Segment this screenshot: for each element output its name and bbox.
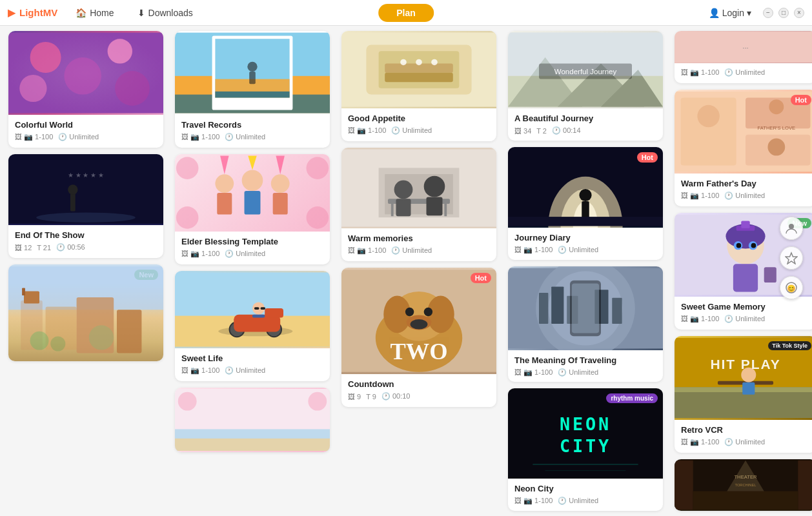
card-theater[interactable]: THEATER TORCHINEL [675, 459, 812, 511]
svg-rect-146 [675, 461, 693, 510]
card-colorful-world[interactable]: Colorful World 🖼 📷 1-100 🕐 Unlimited [8, 31, 163, 148]
card-info-sweet-game: Sweet Game Memory 🖼 📷 1-100 🕐 Unlimited [675, 297, 812, 330]
svg-point-123 [697, 105, 719, 127]
nav-downloads[interactable]: ⬇ Downloads [132, 5, 198, 21]
svg-point-64 [400, 59, 407, 66]
svg-text:THEATER: THEATER [734, 474, 757, 480]
side-icon-star[interactable] [780, 246, 803, 270]
close-button[interactable]: × [794, 8, 804, 18]
card-neon-city[interactable]: rhythm music NEON CITY Neon City 🖼 📷 1-1… [508, 388, 663, 511]
meta-duration: 🕐 Unlimited [58, 133, 99, 141]
card-meta-travel: 🖼 📷 1-100 🕐 Unlimited [181, 133, 323, 141]
card-info-warm-memories: Warm memories 🖼 📷 1-100 🕐 Unlimited [341, 228, 496, 261]
card-info-end-of-show: End Of The Show 🖼 12 T 21 🕐 00:56 [8, 225, 163, 258]
card-title-colorful-world: Colorful World [15, 120, 157, 130]
home-icon: 🏠 [76, 8, 86, 18]
svg-text:FATHER'S LOVE: FATHER'S LOVE [758, 125, 796, 131]
chevron-down-icon: ▾ [747, 8, 751, 18]
svg-point-66 [431, 59, 438, 66]
card-beach-family[interactable] [175, 388, 330, 452]
svg-point-9 [36, 213, 136, 223]
svg-rect-58 [175, 439, 330, 451]
svg-rect-29 [249, 72, 256, 84]
column-1: Colorful World 🖼 📷 1-100 🕐 Unlimited ★ ★… [5, 31, 167, 511]
titlebar-center: Plan [378, 4, 434, 22]
thumb-theater: THEATER TORCHINEL [675, 459, 812, 511]
nav-home[interactable]: 🏠 Home [70, 5, 119, 21]
card-top-partial[interactable]: ··· 🖼 📷 1-100 🕐 Unlimited [675, 31, 812, 83]
thumb-italy: New [8, 264, 163, 361]
maximize-button[interactable]: □ [778, 8, 789, 18]
thumb-warm-memories [341, 148, 496, 228]
svg-marker-42 [276, 155, 284, 174]
card-journey-diary[interactable]: Hot Journey Diary 🖼 📷 1-100 [508, 147, 663, 260]
card-title-warm-fathers: Warm Father's Day [681, 179, 810, 188]
card-info-retro-vcr: Retro VCR 🖼 📷 1-100 🕐 Unlimited [675, 420, 812, 453]
side-icon-1[interactable] [780, 217, 803, 240]
plan-button[interactable]: Plan [378, 4, 434, 22]
window-controls: − □ × [763, 8, 804, 18]
thumb-countdown: Hot TWO [341, 268, 496, 374]
card-travel-records[interactable]: Travel Records 🖼 📷 1-100 🕐 Unlimited [175, 31, 330, 148]
svg-point-38 [271, 174, 290, 193]
side-icon-feedback[interactable]: 😊 [780, 276, 803, 299]
svg-point-3 [108, 39, 132, 63]
svg-point-82 [405, 308, 414, 316]
svg-rect-72 [444, 204, 447, 216]
card-meta-colorful-world: 🖼 📷 1-100 🕐 Unlimited [15, 133, 157, 141]
card-info-journey-diary: Journey Diary 🖼 📷 1-100 🕐 Unlimited [508, 228, 663, 260]
card-meta-elder: 🖼 📷 1-100 🕐 Unlimited [181, 250, 323, 258]
card-elder-blessing[interactable]: Elder Blessing Template 🖼 📷 1-100 🕐 Unli… [175, 154, 330, 264]
svg-point-30 [176, 157, 199, 179]
card-title-warm-memories: Warm memories [348, 233, 490, 243]
column-2: Travel Records 🖼 📷 1-100 🕐 Unlimited [172, 31, 333, 511]
svg-text:HIT PLAY: HIT PLAY [710, 357, 780, 372]
login-button[interactable]: 👤 Login ▾ [709, 8, 751, 18]
svg-point-32 [176, 206, 199, 229]
badge-hot-fathers-day: Hot [791, 95, 811, 105]
svg-rect-147 [798, 461, 812, 510]
card-beautiful-journey[interactable]: Wonderful Journey A Beautiful Journey 🖼 … [508, 31, 663, 141]
svg-point-36 [242, 170, 263, 191]
user-icon: 👤 [709, 8, 720, 18]
svg-point-31 [307, 157, 329, 179]
svg-rect-106 [551, 286, 563, 324]
svg-point-5 [19, 75, 46, 102]
card-retro-vcr[interactable]: Tik Tok Style HIT PLAY Retro VCR [675, 336, 812, 453]
card-info-elder: Elder Blessing Template 🖼 📷 1-100 🕐 Unli… [175, 232, 330, 264]
svg-text:★ ★ ★ ★ ★: ★ ★ ★ ★ ★ [68, 172, 104, 179]
svg-rect-35 [217, 193, 232, 215]
card-title-retro-vcr: Retro VCR [681, 425, 810, 435]
card-info-colorful-world: Colorful World 🖼 📷 1-100 🕐 Unlimited [8, 115, 163, 148]
svg-text:TORCHINEL: TORCHINEL [735, 483, 756, 487]
card-meta-end-of-show: 🖼 12 T 21 🕐 00:56 [15, 243, 157, 252]
badge-hot-journey-diary: Hot [637, 152, 658, 163]
card-good-appetite[interactable]: Good Appetite 🖼 📷 1-100 🕐 Unlimited [341, 31, 496, 141]
card-sweet-life[interactable]: Sweet Life 🖼 📷 1-100 🕐 Unlimited [175, 271, 330, 381]
card-meaning-traveling[interactable]: The Meaning Of Traveling 🖼 📷 1-100 🕐 Unl… [508, 266, 663, 382]
svg-text:TWO: TWO [390, 339, 447, 365]
svg-rect-143 [742, 382, 755, 395]
svg-rect-71 [391, 204, 394, 216]
svg-point-55 [178, 392, 197, 411]
titlebar: ▶ LightMV 🏠 Home ⬇ Downloads Plan 👤 Logi… [0, 0, 812, 26]
minimize-button[interactable]: − [763, 8, 773, 18]
badge-tiktok-retro: Tik Tok Style [768, 341, 811, 350]
column-4: Wonderful Journey A Beautiful Journey 🖼 … [505, 31, 666, 511]
svg-point-8 [68, 184, 77, 194]
card-countdown[interactable]: Hot TWO [341, 268, 496, 407]
svg-rect-51 [252, 315, 265, 318]
badge-rhythm: rhythm music [606, 393, 658, 403]
card-meta-sweet-life: 🖼 📷 1-100 🕐 Unlimited [181, 366, 323, 375]
svg-rect-148 [693, 491, 798, 510]
card-italy[interactable]: New [8, 264, 163, 361]
svg-rect-101 [508, 217, 663, 226]
thumb-colorful-world [8, 31, 163, 115]
card-warm-fathers-day[interactable]: Hot FATHER'S LOVE Warm Father's Day [675, 90, 812, 206]
card-end-of-show[interactable]: ★ ★ ★ ★ ★ End Of The Show 🖼 12 T 21 🕐 00… [8, 154, 163, 258]
card-meta-warm-fathers: 🖼 📷 1-100 🕐 Unlimited [681, 192, 810, 200]
card-warm-memories[interactable]: Warm memories 🖼 📷 1-100 🕐 Unlimited [341, 148, 496, 261]
downloads-label: Downloads [148, 8, 193, 18]
thumb-warm-fathers-day: Hot FATHER'S LOVE [675, 90, 812, 174]
svg-rect-74 [396, 199, 411, 216]
